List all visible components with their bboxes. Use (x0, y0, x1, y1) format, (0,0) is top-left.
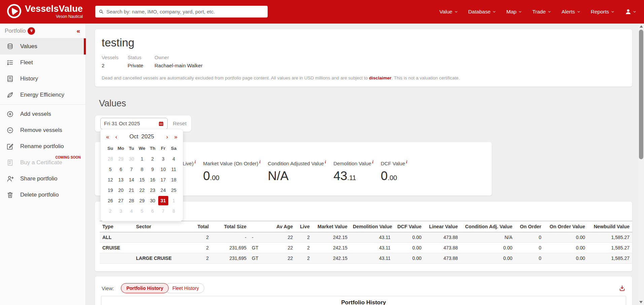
prev-year-button[interactable]: « (105, 134, 110, 140)
reset-date-button[interactable]: Reset (173, 121, 187, 127)
search-input[interactable] (106, 9, 264, 14)
info-icon[interactable]: i (325, 160, 326, 164)
prev-month-button[interactable]: ‹ (114, 134, 118, 140)
sidebar-item-fleet[interactable]: Fleet (0, 55, 86, 71)
calendar-day[interactable]: 12 (105, 174, 115, 185)
calendar-day[interactable]: 14 (126, 174, 137, 185)
date-input[interactable]: Fri 31 Oct 2025 (100, 118, 168, 129)
sidebar-item-delete-portfolio[interactable]: Delete portfolio (0, 187, 86, 203)
column-header-demolition-value[interactable]: Demolition Value (350, 221, 393, 232)
calendar-day[interactable]: 7 (126, 164, 137, 174)
info-icon[interactable]: i (259, 160, 260, 164)
calendar-day[interactable]: 3 (158, 154, 168, 164)
sidebar-item-values[interactable]: Values (0, 38, 86, 55)
scrollbar-thumb[interactable] (639, 30, 643, 159)
download-icon[interactable] (619, 285, 625, 292)
nav-item-database[interactable]: Database (468, 9, 496, 15)
calendar-day-selected[interactable]: 31 (158, 195, 168, 206)
column-header-av-age[interactable]: Av Age (265, 221, 296, 232)
nav-item-value[interactable]: Value (439, 9, 458, 15)
calendar-day[interactable]: 21 (126, 185, 137, 195)
column-header-sector[interactable]: Sector (133, 221, 191, 232)
calendar-day[interactable]: 3 (115, 206, 126, 216)
calendar-month-year[interactable]: Oct 2025 (118, 133, 165, 140)
column-header-type[interactable]: Type (100, 221, 133, 232)
calendar-day[interactable]: 23 (147, 185, 158, 195)
calendar-day[interactable]: 16 (147, 174, 158, 185)
calendar-day[interactable]: 7 (158, 206, 168, 216)
calendar-day[interactable]: 28 (105, 154, 115, 164)
calendar-day[interactable]: 8 (137, 164, 147, 174)
column-header-condition-adj-value[interactable]: Condition Adj. Value (461, 221, 515, 232)
table-row[interactable]: CRUISE2231,695GT222242.1543.110.00473.88… (100, 243, 632, 253)
calendar-day[interactable]: 29 (115, 154, 126, 164)
calendar-day[interactable]: 29 (137, 195, 147, 206)
calendar-day[interactable]: 18 (168, 174, 179, 185)
sidebar-item-history[interactable]: History (0, 71, 86, 87)
nav-item-reports[interactable]: Reports (591, 9, 614, 15)
calendar-day[interactable]: 2 (147, 154, 158, 164)
calendar-day[interactable]: 26 (105, 195, 115, 206)
fleet-history-toggle[interactable]: Fleet History (165, 283, 204, 293)
nav-item-trade[interactable]: Trade (532, 9, 551, 15)
calendar-day[interactable]: 4 (126, 206, 137, 216)
calendar-day[interactable]: 20 (115, 185, 126, 195)
column-header-total[interactable]: Total (191, 221, 211, 232)
sidebar-collapse-button[interactable]: « (76, 28, 80, 34)
calendar-day[interactable]: 5 (105, 164, 115, 174)
column-header-total-size[interactable]: Total Size (211, 221, 249, 232)
column-header-on-order-value[interactable]: On Order Value (544, 221, 588, 232)
calendar-day[interactable]: 2 (105, 206, 115, 216)
info-icon[interactable]: i (195, 160, 196, 164)
calendar-day[interactable]: 5 (137, 206, 147, 216)
calendar-day[interactable]: 11 (168, 164, 179, 174)
table-row[interactable]: ALL2--222242.1543.110.00473.88N/A00.001,… (100, 232, 632, 243)
column-header-market-value[interactable]: Market Value (312, 221, 350, 232)
calendar-day[interactable]: 1 (137, 154, 147, 164)
calendar-day[interactable]: 8 (168, 206, 179, 216)
column-header-live[interactable]: Live (296, 221, 312, 232)
calendar-day[interactable]: 6 (115, 164, 126, 174)
calendar-day[interactable]: 24 (158, 185, 168, 195)
scroll-down-arrow[interactable] (639, 301, 643, 303)
nav-item-map[interactable]: Map (506, 9, 522, 15)
calendar-day[interactable]: 28 (126, 195, 137, 206)
column-header-linear-value[interactable]: Linear Value (424, 221, 461, 232)
nav-item-alerts[interactable]: Alerts (562, 9, 580, 15)
sidebar-item-add-vessels[interactable]: Add vessels (0, 106, 86, 122)
sidebar-item-share-portfolio[interactable]: Share portfolio (0, 171, 86, 187)
calendar-day[interactable]: 25 (168, 185, 179, 195)
brand-logo[interactable]: VesselsValue Veson Nautical (7, 4, 83, 19)
calendar-day[interactable]: 6 (147, 206, 158, 216)
calendar-day[interactable]: 1 (168, 195, 179, 206)
sidebar-item-rename-portfolio[interactable]: Rename portfolio (0, 138, 86, 155)
calendar-day[interactable]: 9 (147, 164, 158, 174)
next-year-button[interactable]: » (173, 134, 178, 140)
info-icon[interactable]: i (406, 160, 407, 164)
column-header-on-order[interactable]: On Order (515, 221, 544, 232)
sidebar-item-remove-vessels[interactable]: Remove vessels (0, 122, 86, 138)
info-icon[interactable]: i (372, 160, 373, 164)
user-menu[interactable] (625, 0, 636, 24)
table-row[interactable]: LARGE CRUISE2231,695GT222242.1543.110.00… (100, 253, 632, 264)
sidebar-item-energy-efficiency[interactable]: Energy Efficiency (0, 87, 86, 103)
portfolio-history-toggle[interactable]: Portfolio History (121, 283, 169, 293)
calendar-day[interactable]: 30 (126, 154, 137, 164)
calendar-day[interactable]: 19 (105, 185, 115, 195)
calendar-day[interactable]: 17 (158, 174, 168, 185)
calendar-day[interactable]: 15 (137, 174, 147, 185)
next-month-button[interactable]: › (165, 134, 169, 140)
column-header-dcf-value[interactable]: DCF Value (393, 221, 424, 232)
column-header-newbuild-value[interactable]: Newbuild Value (588, 221, 632, 232)
page-scrollbar[interactable] (638, 24, 644, 305)
calendar-day[interactable]: 10 (158, 164, 168, 174)
calendar-day[interactable]: 30 (147, 195, 158, 206)
disclaimer-link[interactable]: disclaimer (369, 75, 392, 80)
scroll-up-arrow[interactable] (640, 25, 643, 28)
global-search[interactable] (95, 6, 268, 18)
calendar-day[interactable]: 13 (115, 174, 126, 185)
calendar-day[interactable]: 4 (168, 154, 179, 164)
calendar-day[interactable]: 22 (137, 185, 147, 195)
calendar-day[interactable]: 27 (115, 195, 126, 206)
column-header-unit[interactable] (249, 221, 265, 232)
